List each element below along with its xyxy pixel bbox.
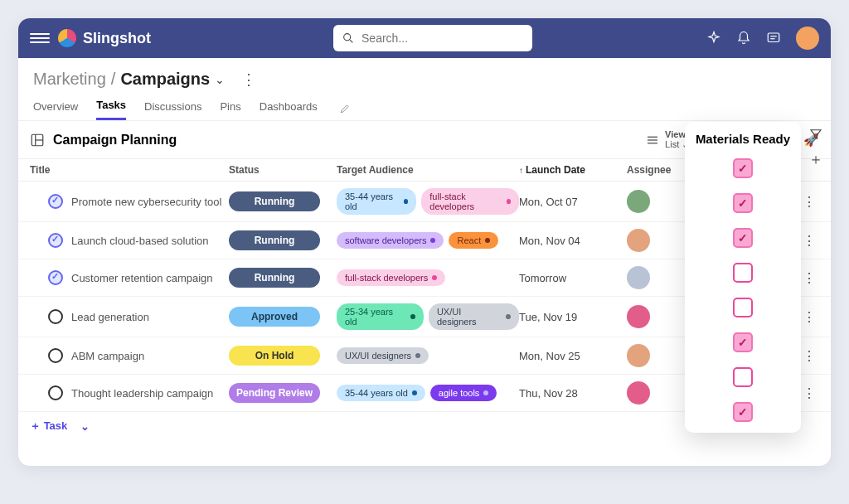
crumb-parent[interactable]: Marketing [33, 70, 106, 89]
svg-point-0 [344, 34, 351, 41]
row-more-icon[interactable]: ⋮ [803, 309, 819, 325]
materials-checkbox[interactable] [733, 193, 753, 213]
launch-date: Mon, Nov 25 [519, 350, 627, 362]
assignee-avatar[interactable] [627, 266, 650, 289]
materials-checkbox[interactable] [733, 228, 753, 248]
materials-checkbox[interactable] [733, 298, 753, 317]
assignee-avatar[interactable] [627, 381, 650, 405]
search-icon [342, 31, 355, 46]
launch-date: Thu, Nov 28 [519, 387, 627, 400]
tab-pins[interactable]: Pins [220, 100, 240, 119]
audience-tag[interactable]: 35-44 years old [337, 385, 425, 401]
section-title: Campaign Planning [53, 133, 177, 148]
materials-checkbox[interactable] [733, 402, 753, 422]
search-input[interactable] [361, 32, 524, 45]
row-more-icon[interactable]: ⋮ [803, 270, 819, 286]
status-badge[interactable]: Running [229, 268, 320, 288]
task-title: Lead generation [71, 311, 149, 323]
assignee-avatar[interactable] [627, 305, 650, 328]
status-badge[interactable]: Pending Review [229, 383, 320, 403]
audience-tag[interactable]: UX/UI designers [337, 347, 429, 364]
audience-tag[interactable]: 35-44 years old [337, 188, 416, 215]
status-badge[interactable]: Running [229, 230, 320, 250]
audience-tag[interactable]: 25-34 years old [337, 303, 424, 330]
row-more-icon[interactable]: ⋮ [803, 194, 819, 210]
task-title: Thought leadership campaign [71, 387, 213, 400]
chevron-down-icon[interactable]: ⌄ [80, 420, 90, 433]
audience-tag[interactable]: agile tools [430, 385, 497, 401]
svg-rect-2 [768, 33, 779, 42]
task-title: ABM campaign [71, 350, 144, 362]
ai-sparkle-icon[interactable] [706, 31, 721, 46]
section-icon [30, 133, 45, 148]
launch-date: Tomorrow [519, 272, 627, 284]
svg-line-1 [350, 40, 352, 42]
filter-icon[interactable] [808, 126, 824, 143]
status-badge[interactable]: On Hold [229, 346, 320, 366]
materials-checkbox[interactable] [733, 332, 753, 352]
assignee-avatar[interactable] [627, 190, 650, 213]
crumb-current[interactable]: Campaigns [120, 70, 210, 89]
breadcrumb: Marketing / Campaigns ⌄ ⋮ [18, 58, 831, 89]
status-badge[interactable]: Approved [229, 307, 320, 327]
tab-dashboards[interactable]: Dashboards [260, 100, 318, 119]
col-title[interactable]: Title [30, 164, 229, 176]
launch-date: Mon, Nov 04 [519, 235, 627, 247]
menu-icon[interactable] [30, 33, 50, 43]
brand-name: Slingshot [83, 30, 151, 47]
app-window: Slingshot Marketing / Campaigns ⌄ ⋮ Over… [18, 18, 831, 466]
row-more-icon[interactable]: ⋮ [803, 348, 819, 364]
col-launch[interactable]: ↑Launch Date [519, 164, 627, 176]
chat-icon[interactable] [766, 31, 781, 46]
tab-tasks[interactable]: Tasks [96, 99, 126, 120]
tab-discussions[interactable]: Discussions [144, 100, 201, 119]
col-assignee[interactable]: Assignee [627, 164, 685, 176]
search-input-wrap[interactable] [333, 25, 532, 51]
task-checkbox[interactable] [48, 270, 63, 285]
task-checkbox[interactable] [48, 348, 63, 363]
more-icon[interactable]: ⋮ [241, 70, 256, 89]
task-title: Promote new cybersecurity tool [71, 196, 221, 208]
audience-tag[interactable]: software developers [337, 232, 444, 249]
launch-date: Tue, Nov 19 [519, 311, 627, 323]
logo-icon [58, 29, 76, 47]
col-status[interactable]: Status [229, 164, 337, 176]
col-target[interactable]: Target Audience [337, 164, 519, 176]
row-more-icon[interactable]: ⋮ [803, 233, 819, 249]
bell-icon[interactable] [736, 31, 751, 46]
materials-checkbox[interactable] [733, 158, 753, 178]
materials-title: Materials Ready [685, 132, 801, 151]
launch-date: Mon, Oct 07 [519, 196, 627, 208]
materials-checkbox[interactable] [733, 263, 753, 283]
brand-logo[interactable]: Slingshot [58, 29, 151, 47]
chevron-down-icon[interactable]: ⌄ [215, 73, 225, 86]
sort-asc-icon: ↑ [519, 166, 523, 175]
audience-tag[interactable]: React [449, 232, 498, 249]
audience-tag[interactable]: full-stack developers [337, 269, 445, 286]
task-title: Customer retention campaign [71, 272, 213, 284]
crumb-separator: / [111, 70, 116, 89]
nav-tabs: OverviewTasksDiscussionsPinsDashboards [18, 89, 831, 121]
task-checkbox[interactable] [48, 194, 63, 209]
row-more-icon[interactable]: ⋮ [803, 385, 819, 401]
task-checkbox[interactable] [48, 309, 63, 324]
user-avatar[interactable] [796, 27, 819, 50]
plus-icon[interactable]: ＋ Task [30, 419, 67, 434]
list-icon [645, 133, 660, 148]
task-checkbox[interactable] [48, 385, 63, 400]
audience-tag[interactable]: full-stack developers [421, 188, 519, 215]
pencil-icon[interactable] [336, 103, 351, 117]
assignee-avatar[interactable] [627, 229, 650, 252]
assignee-avatar[interactable] [627, 344, 650, 367]
task-checkbox[interactable] [48, 233, 63, 248]
tab-overview[interactable]: Overview [33, 100, 78, 119]
task-title: Launch cloud-based solution [71, 235, 209, 247]
topbar: Slingshot [18, 18, 831, 58]
status-badge[interactable]: Running [229, 191, 320, 211]
materials-checkbox[interactable] [733, 367, 753, 387]
materials-ready-panel: Materials Ready [685, 122, 801, 433]
audience-tag[interactable]: UX/UI designers [429, 303, 519, 330]
side-toolbar: ＋ [808, 126, 824, 167]
add-column-icon[interactable]: ＋ [808, 151, 824, 167]
